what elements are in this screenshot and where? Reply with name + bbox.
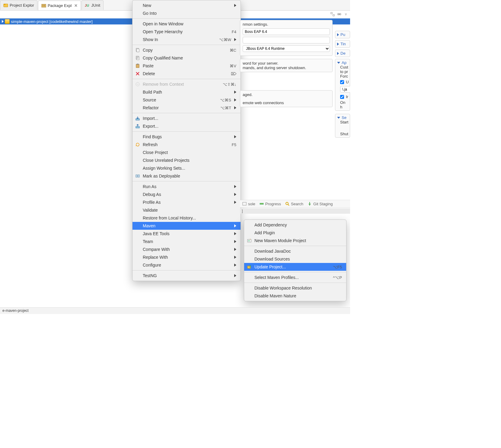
ctx-item-open-type-hierarchy[interactable]: Open Type HierarchyF4 xyxy=(132,28,241,36)
menu-item-label: Remove from Context xyxy=(143,82,218,87)
tab-git-staging[interactable]: Git Staging xyxy=(308,202,333,206)
search-icon xyxy=(285,202,289,206)
ap-filter-field[interactable] xyxy=(340,86,350,93)
ctx-item-go-into[interactable]: Go Into xyxy=(132,9,241,17)
view-menu-icon[interactable]: ▿ xyxy=(343,12,348,17)
ctx-item-refresh[interactable]: RefreshF5 xyxy=(132,141,241,149)
tab-console[interactable]: sole xyxy=(242,202,255,206)
chevron-right-icon[interactable] xyxy=(2,20,4,23)
maven-item-download-sources[interactable]: Download Sources xyxy=(244,255,346,263)
progress-icon xyxy=(260,202,264,206)
managed-text: aged. xyxy=(243,92,330,97)
maven-item-disable-workspace-resolution[interactable]: Disable Workspace Resolution xyxy=(244,284,346,292)
menu-item-label: Paste xyxy=(143,63,225,68)
ctx-item-copy-qualified-name[interactable]: Copy Qualified Name xyxy=(132,54,241,62)
ctx-item-show-in[interactable]: Show In⌥⌘W xyxy=(132,36,241,43)
menu-item-label: Replace With xyxy=(143,255,231,260)
ctx-item-copy[interactable]: Copy⌘C xyxy=(132,46,241,54)
server-name-field[interactable] xyxy=(243,28,330,35)
update-project-icon xyxy=(247,264,252,270)
section-ap[interactable]: Ap xyxy=(337,60,348,65)
ctx-item-open-in-new-window[interactable]: Open in New Window xyxy=(132,20,241,28)
tab-search[interactable]: Search xyxy=(285,202,303,206)
section-pu[interactable]: Pu xyxy=(337,32,348,37)
section-tin[interactable]: Tin xyxy=(337,42,348,46)
ap-cust: Cust xyxy=(340,65,348,69)
maven-item-update-project[interactable]: Update Project...⌥F5 xyxy=(244,263,346,271)
project-explorer-icon xyxy=(3,3,8,8)
chevron-right-icon xyxy=(234,224,236,227)
server-editor-panel: nmon settings. JBoss EAP 6.4 Runtime wor… xyxy=(240,20,350,110)
ctx-item-team[interactable]: Team xyxy=(132,238,241,245)
ctx-item-delete[interactable]: Delete⌦ xyxy=(132,70,241,78)
maven-item-disable-maven-nature[interactable]: Disable Maven Nature xyxy=(244,292,346,300)
menu-item-label: Run As xyxy=(143,184,231,189)
menu-separator xyxy=(244,246,346,246)
menu-item-label: Build Path xyxy=(143,90,231,94)
ap-chk-ir[interactable] xyxy=(340,95,344,99)
ctx-item-compare-with[interactable]: Compare With xyxy=(132,245,241,253)
chevron-right-icon xyxy=(234,98,236,101)
menu-item-label: Source xyxy=(143,98,215,102)
close-icon[interactable]: ✕ xyxy=(74,3,78,8)
ctx-item-import[interactable]: Import... xyxy=(132,114,241,122)
menu-shortcut: ⌘V xyxy=(230,64,236,68)
ctx-item-run-as[interactable]: Run As xyxy=(132,183,241,190)
ctx-item-configure[interactable]: Configure xyxy=(132,261,241,269)
collapse-all-icon[interactable] xyxy=(330,12,335,17)
menu-item-label: Close Project xyxy=(143,150,236,155)
section-se[interactable]: Se xyxy=(337,115,348,120)
ctx-item-new[interactable]: New xyxy=(132,2,241,9)
runtime-select[interactable]: JBoss EAP 6.4 Runtime xyxy=(243,45,330,52)
ctx-item-remove-from-context: Remove from Context⌥⇧⌘↓ xyxy=(132,80,241,88)
svg-rect-12 xyxy=(136,64,139,68)
ctx-item-refactor[interactable]: Refactor⌥⌘T xyxy=(132,104,241,112)
ctx-item-testng[interactable]: TestNG xyxy=(132,272,241,280)
menu-shortcut: F4 xyxy=(232,30,236,34)
server-host-field[interactable] xyxy=(243,37,330,43)
maven-item-add-dependency[interactable]: Add Dependency xyxy=(244,221,346,229)
maven-item-download-javadoc[interactable]: Download JavaDoc xyxy=(244,247,346,255)
maven-item-select-maven-profiles[interactable]: Select Maven Profiles...^⌥P xyxy=(244,274,346,281)
maven-item-add-plugin[interactable]: Add Plugin xyxy=(244,229,346,237)
ctx-item-profile-as[interactable]: Profile As xyxy=(132,198,241,206)
ctx-item-maven[interactable]: Maven xyxy=(132,222,241,230)
ctx-item-close-unrelated-projects[interactable]: Close Unrelated Projects xyxy=(132,156,241,164)
remove-context-icon xyxy=(135,82,140,87)
ctx-item-find-bugs[interactable]: Find Bugs xyxy=(132,133,241,141)
export-icon xyxy=(135,123,140,129)
ctx-item-source[interactable]: Source⌥⌘S xyxy=(132,96,241,104)
menu-item-label: Disable Maven Nature xyxy=(254,293,342,298)
ctx-item-paste[interactable]: Paste⌘V xyxy=(132,62,241,70)
menu-item-label: Close Unrelated Projects xyxy=(143,158,236,163)
ctx-item-debug-as[interactable]: Debug As xyxy=(132,190,241,198)
tab-label: JUnit xyxy=(91,3,100,8)
link-editor-icon[interactable] xyxy=(337,12,342,17)
menu-shortcut: ⌥⌘T xyxy=(220,106,231,110)
menu-item-label: Find Bugs xyxy=(143,134,231,139)
menu-shortcut: ⌥F5 xyxy=(333,265,342,269)
menu-separator xyxy=(132,131,241,132)
ctx-item-validate[interactable]: Validate xyxy=(132,206,241,214)
ctx-item-restore-from-local-history[interactable]: Restore from Local History... xyxy=(132,214,241,222)
ctx-item-replace-with[interactable]: Replace With xyxy=(132,253,241,261)
maven-item-new-maven-module-project[interactable]: M*New Maven Module Project xyxy=(244,237,346,245)
svg-rect-9 xyxy=(137,49,139,52)
tab-progress[interactable]: Progress xyxy=(260,202,281,206)
svg-rect-2 xyxy=(42,4,46,7)
deployable-icon xyxy=(135,173,140,179)
svg-rect-1 xyxy=(4,4,5,5)
ctx-item-assign-working-sets[interactable]: Assign Working Sets... xyxy=(132,164,241,172)
tab-package-explorer[interactable]: Package Expl ✕ xyxy=(38,1,81,10)
tab-project-explorer[interactable]: Project Explor xyxy=(0,0,37,10)
ctx-item-build-path[interactable]: Build Path xyxy=(132,88,241,96)
ctx-item-java-ee-tools[interactable]: Java EE Tools xyxy=(132,230,241,238)
ap-chk-u[interactable] xyxy=(340,80,344,84)
ctx-item-close-project[interactable]: Close Project xyxy=(132,149,241,156)
section-de[interactable]: De xyxy=(337,51,348,56)
ctx-item-mark-as-deployable[interactable]: Mark as Deployable xyxy=(132,172,241,180)
ctx-item-export[interactable]: Export... xyxy=(132,122,241,130)
menu-separator xyxy=(132,113,241,113)
tab-junit[interactable]: JU JUnit xyxy=(81,0,104,10)
menu-separator xyxy=(132,45,241,45)
